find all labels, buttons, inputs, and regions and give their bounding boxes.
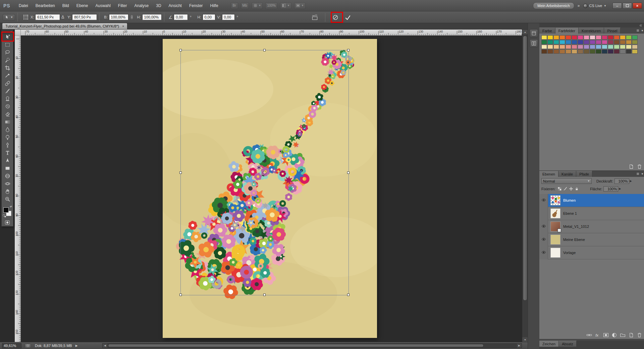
- color-swatch[interactable]: [590, 35, 595, 40]
- color-swatch[interactable]: [553, 45, 559, 49]
- tab-farbe[interactable]: Farbe: [539, 28, 555, 34]
- color-swatch[interactable]: [602, 49, 607, 54]
- reference-point-dot[interactable]: [23, 16, 24, 17]
- color-swatch[interactable]: [596, 35, 601, 40]
- tool-brush[interactable]: [2, 88, 13, 95]
- layer-row-metal-v1-1012[interactable]: Metal_V1_1012: [539, 220, 644, 233]
- tool-move[interactable]: [2, 34, 13, 41]
- tab-kanale[interactable]: Kanäle: [558, 171, 576, 177]
- tool-rect-marquee[interactable]: [2, 41, 13, 49]
- tab-zeichen[interactable]: Zeichen: [539, 341, 559, 347]
- color-swatch[interactable]: [566, 40, 571, 44]
- scroll-up-arrow[interactable]: ▲: [522, 30, 528, 34]
- reference-point-locator[interactable]: [23, 15, 29, 20]
- color-swatch[interactable]: [608, 49, 613, 54]
- transform-handle-e[interactable]: [347, 171, 350, 174]
- reference-point-dot[interactable]: [25, 18, 26, 19]
- layer-thumbnail[interactable]: [550, 195, 560, 205]
- cs-live-button[interactable]: CS Live ▼: [583, 4, 606, 8]
- launch-mini-bridge-button[interactable]: Mb: [241, 2, 249, 9]
- maximize-button[interactable]: [623, 3, 632, 9]
- tab-absatz[interactable]: Absatz: [559, 341, 577, 347]
- tool-history-brush[interactable]: [2, 103, 13, 111]
- transform-handle-nw[interactable]: [179, 49, 182, 51]
- status-zoom-field[interactable]: 49,61%: [2, 343, 21, 348]
- transform-handle-ne[interactable]: [347, 49, 350, 51]
- layer-row-vorlage[interactable]: Vorlage: [539, 246, 644, 259]
- color-swatch[interactable]: [632, 35, 638, 40]
- color-swatch[interactable]: [553, 35, 559, 40]
- collapsed-panel-info-icon[interactable]: [530, 39, 538, 47]
- zoom-level-field[interactable]: 100%: [265, 2, 277, 9]
- color-swatch[interactable]: [566, 45, 571, 49]
- menu-filter[interactable]: Filter: [114, 0, 131, 11]
- color-swatch[interactable]: [608, 35, 613, 40]
- y-position-field[interactable]: 807,50 Px: [72, 14, 97, 20]
- reference-point-dot[interactable]: [27, 15, 28, 16]
- tool-preset-picker[interactable]: ▼: [3, 14, 15, 20]
- color-swatch[interactable]: [584, 45, 589, 49]
- relative-positioning-toggle[interactable]: Δ: [60, 15, 65, 19]
- lock-position-button[interactable]: [569, 186, 574, 191]
- transform-reference-point[interactable]: [263, 171, 266, 174]
- color-swatch[interactable]: [566, 35, 571, 40]
- color-swatch[interactable]: [547, 45, 553, 49]
- menu-datei[interactable]: Datei: [15, 0, 32, 11]
- menu-analyse[interactable]: Analyse: [131, 0, 153, 11]
- blend-mode-select[interactable]: Normal ▼: [541, 178, 592, 184]
- tool-eraser[interactable]: [2, 111, 13, 118]
- x-position-field[interactable]: 611,50 Px: [35, 14, 60, 20]
- layer-thumbnail[interactable]: [550, 235, 560, 245]
- tab-ebenen[interactable]: Ebenen: [539, 171, 558, 177]
- tab-farbfelder[interactable]: Farbfelder: [555, 28, 579, 34]
- color-swatch[interactable]: [559, 40, 565, 44]
- reference-point-dot[interactable]: [25, 16, 26, 17]
- horizontal-scroll-thumb[interactable]: [108, 344, 484, 347]
- horizontal-scrollbar[interactable]: ◀ ▶: [102, 343, 522, 348]
- color-swatch[interactable]: [590, 45, 595, 49]
- color-swatch[interactable]: [614, 49, 620, 54]
- layers-panel-menu-button[interactable]: ▼: [635, 171, 644, 177]
- color-swatch[interactable]: [590, 49, 595, 54]
- color-swatch[interactable]: [566, 49, 571, 54]
- color-swatch[interactable]: [547, 40, 553, 44]
- delete-swatch-button[interactable]: [636, 164, 643, 169]
- opacity-field[interactable]: 100%: [614, 179, 629, 184]
- color-swatch[interactable]: [614, 45, 620, 49]
- color-swatch[interactable]: [559, 49, 565, 54]
- tool-clone-stamp[interactable]: [2, 95, 13, 103]
- tab-korrekturen[interactable]: Korrekturen: [579, 28, 604, 34]
- color-swatch[interactable]: [547, 49, 553, 54]
- menu-hilfe[interactable]: Hilfe: [207, 0, 222, 11]
- reference-point-dot[interactable]: [23, 18, 24, 19]
- color-swatch[interactable]: [578, 40, 583, 44]
- color-swatch[interactable]: [541, 35, 547, 40]
- color-swatch[interactable]: [620, 45, 626, 49]
- mask-layers-button[interactable]: [603, 332, 609, 338]
- opacity-slider-arrow[interactable]: ▶: [630, 180, 632, 183]
- switch-transform-warp-button[interactable]: [310, 14, 319, 20]
- scroll-right-arrow[interactable]: ▶: [517, 344, 522, 348]
- rotation-field[interactable]: 0,00: [174, 14, 188, 20]
- color-swatch[interactable]: [572, 40, 577, 44]
- color-swatch[interactable]: [547, 35, 553, 40]
- tool-gradient[interactable]: [2, 118, 13, 126]
- color-swatch[interactable]: [632, 45, 638, 49]
- transform-bounding-box[interactable]: [180, 50, 349, 295]
- color-swatch[interactable]: [626, 40, 632, 44]
- transform-handle-sw[interactable]: [179, 294, 182, 296]
- tool-hand[interactable]: [2, 188, 13, 196]
- color-swatch[interactable]: [626, 35, 632, 40]
- lock-pixels-button[interactable]: [563, 186, 568, 191]
- color-swatch[interactable]: [632, 49, 638, 54]
- collapsed-panel-history-icon[interactable]: [530, 29, 538, 37]
- reference-point-dot[interactable]: [27, 18, 28, 19]
- reference-point-dot[interactable]: [27, 16, 28, 17]
- toolbar-collapse-button[interactable]: »: [2, 30, 13, 34]
- workspace-overflow-button[interactable]: »: [578, 3, 580, 8]
- color-swatch[interactable]: [614, 35, 620, 40]
- height-scale-field[interactable]: 100,00%: [142, 14, 162, 20]
- tab-pinsel[interactable]: Pinsel: [604, 28, 621, 34]
- color-swatch[interactable]: [596, 45, 601, 49]
- cancel-transform-button[interactable]: [331, 14, 340, 20]
